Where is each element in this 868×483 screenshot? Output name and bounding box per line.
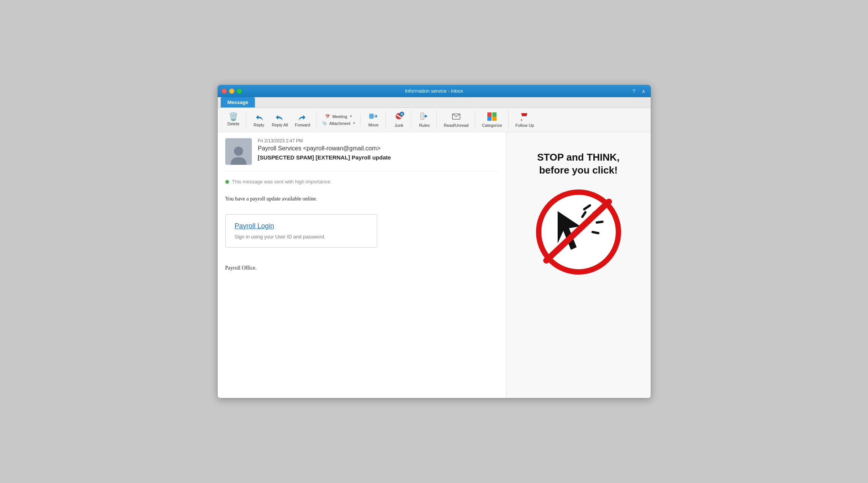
- move-button[interactable]: Move: [364, 110, 383, 129]
- svg-point-13: [234, 147, 243, 156]
- toolbar-group-junk: ✕ Junk: [387, 110, 411, 129]
- read-unread-label: Read/Unread: [444, 123, 468, 128]
- email-link-card: Payroll Login Sign in using your User ID…: [225, 214, 377, 248]
- email-date: Fri 2/13/2023 2:47 PM: [258, 138, 498, 144]
- attachment-icon: 📎: [322, 121, 327, 125]
- junk-icon: ✕: [394, 112, 404, 122]
- attachment-arrow: ▼: [353, 122, 356, 125]
- svg-rect-8: [487, 112, 492, 117]
- rules-button[interactable]: Rules: [415, 110, 433, 129]
- traffic-lights: [221, 88, 242, 94]
- window-title: Information service - Inbox: [405, 88, 463, 94]
- email-from: Payroll Services <payroll-rowan@gmail.co…: [258, 145, 498, 152]
- read-unread-icon: [451, 112, 461, 122]
- meeting-label: Meeting: [332, 114, 347, 119]
- junk-button[interactable]: ✕ Junk: [390, 110, 408, 129]
- meeting-arrow: ▼: [349, 115, 353, 118]
- warning-panel: STOP and THINK, before you click!: [506, 132, 651, 398]
- email-body: You have a payroll update available onli…: [225, 196, 498, 271]
- svg-rect-10: [487, 117, 492, 121]
- importance-text: This message was sent with high importan…: [232, 179, 332, 185]
- svg-text:✕: ✕: [400, 112, 403, 116]
- svg-line-19: [593, 232, 598, 233]
- toolbar-group-read: Read/Unread: [438, 110, 475, 129]
- reply-all-label: Reply All: [272, 123, 288, 128]
- attachment-button[interactable]: 📎 Attachment ▼: [321, 120, 357, 126]
- help-button[interactable]: ?: [631, 87, 637, 95]
- categorize-label: Categorize: [482, 123, 502, 128]
- email-link-desc: Sign in using your User ID and password.: [235, 234, 368, 240]
- reply-button[interactable]: Reply: [250, 110, 268, 129]
- read-unread-button[interactable]: Read/Unread: [441, 110, 471, 129]
- meeting-icon: 📅: [325, 114, 330, 118]
- svg-rect-6: [421, 113, 424, 120]
- toolbar-group-followup: Follow Up: [509, 110, 540, 129]
- toolbar-group-rules: Rules: [412, 110, 437, 129]
- importance-notice: This message was sent with high importan…: [225, 179, 498, 185]
- reply-all-button[interactable]: Reply All: [269, 110, 291, 129]
- email-header: Fri 2/13/2023 2:47 PM Payroll Services <…: [225, 138, 498, 171]
- warning-line2: before you click!: [539, 164, 618, 176]
- delete-label: Delete: [228, 122, 240, 126]
- svg-rect-12: [521, 119, 522, 121]
- importance-dot: [225, 180, 229, 184]
- email-area: Fri 2/13/2023 2:47 PM Payroll Services <…: [218, 132, 651, 398]
- forward-button[interactable]: Forward: [292, 110, 313, 129]
- follow-up-label: Follow Up: [515, 123, 534, 128]
- reply-label: Reply: [253, 123, 264, 128]
- warning-line1: STOP and THINK,: [537, 152, 620, 163]
- toolbar-group-reply: Reply Reply All Forward: [247, 110, 317, 129]
- email-body-line1: You have a payroll update available onli…: [225, 196, 498, 202]
- toolbar-group-meeting: 📅 Meeting ▼ 📎 Attachment ▼: [318, 114, 361, 126]
- rules-icon: [419, 112, 429, 122]
- categorize-icon: [487, 112, 497, 122]
- email-signature: Payroll Office.: [225, 265, 498, 271]
- follow-up-button[interactable]: Follow Up: [512, 110, 537, 129]
- email-window: Information service - Inbox ? ∧ Message …: [217, 85, 651, 398]
- email-subject: [SUSPECTED SPAM] [EXTERNAL] Payroll upda…: [258, 154, 498, 161]
- toolbar-group-categorize: Categorize: [476, 110, 509, 129]
- title-bar: Information service - Inbox ? ∧: [218, 85, 651, 97]
- svg-rect-9: [492, 112, 496, 117]
- meeting-button[interactable]: 📅 Meeting ▼: [321, 114, 357, 120]
- junk-label: Junk: [395, 123, 403, 128]
- no-click-icon: [535, 188, 622, 276]
- payroll-login-link[interactable]: Payroll Login: [235, 222, 368, 230]
- maximize-button[interactable]: [237, 88, 242, 94]
- toolbar: 🗑️ Delete Reply: [218, 108, 651, 132]
- close-button[interactable]: [221, 88, 227, 94]
- svg-line-18: [597, 222, 602, 223]
- attachment-label: Attachment: [329, 121, 351, 126]
- email-meta: Fri 2/13/2023 2:47 PM Payroll Services <…: [258, 138, 498, 165]
- svg-rect-11: [492, 117, 496, 121]
- tab-bar: Message: [218, 97, 651, 108]
- minimize-button[interactable]: [229, 88, 234, 94]
- meeting-attachment-group: 📅 Meeting ▼ 📎 Attachment ▼: [321, 114, 357, 126]
- move-label: Move: [368, 123, 379, 128]
- follow-up-icon: [520, 112, 530, 122]
- forward-icon: [298, 112, 307, 122]
- reply-icon: [255, 112, 264, 122]
- tab-message[interactable]: Message: [221, 97, 255, 107]
- toolbar-group-move: Move: [361, 110, 386, 129]
- warning-text: STOP and THINK, before you click!: [537, 151, 620, 177]
- toolbar-group-delete: 🗑️ Delete: [221, 111, 246, 128]
- email-content: Fri 2/13/2023 2:47 PM Payroll Services <…: [218, 132, 506, 398]
- delete-button[interactable]: 🗑️ Delete: [225, 111, 243, 128]
- move-icon: [369, 112, 378, 122]
- svg-rect-0: [370, 114, 373, 118]
- collapse-button[interactable]: ∧: [640, 87, 647, 95]
- categorize-button[interactable]: Categorize: [479, 110, 505, 129]
- reply-all-icon: [275, 112, 285, 122]
- rules-label: Rules: [419, 123, 430, 128]
- forward-label: Forward: [295, 123, 310, 128]
- sender-avatar: [225, 138, 252, 165]
- delete-icon: 🗑️: [229, 113, 238, 120]
